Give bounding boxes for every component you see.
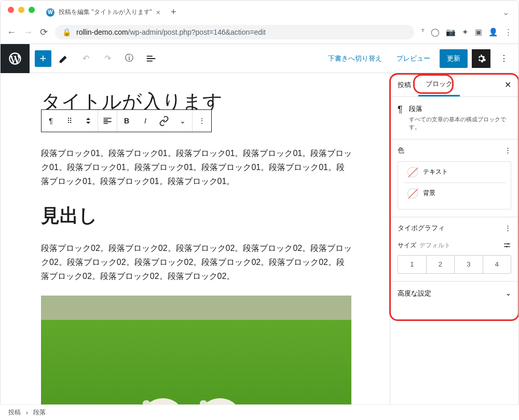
nav-back-icon[interactable]: ←: [7, 27, 16, 38]
address-bar[interactable]: 🔒 rollin-demo.com/wp-admin/post.php?post…: [55, 25, 414, 39]
block-toolbar: ¶ ⠿ B I ⌄ ⋮: [41, 109, 212, 132]
panel-icon[interactable]: ▣: [475, 27, 482, 37]
paragraph-block-1[interactable]: 段落ブロック01。段落ブロック01。段落ブロック01。段落ブロック01。段落ブロ…: [41, 146, 352, 189]
align-icon[interactable]: [98, 110, 117, 132]
bold-icon[interactable]: B: [117, 110, 136, 132]
block-more-icon[interactable]: ⋮: [193, 110, 211, 132]
more-vertical-icon[interactable]: ⋮: [504, 146, 511, 154]
update-button[interactable]: 更新: [440, 49, 468, 68]
tabs-chevron-icon[interactable]: ⌄: [502, 7, 514, 17]
paragraph-icon: ¶: [398, 104, 403, 132]
advanced-settings-toggle[interactable]: 高度な設定 ⌄: [390, 282, 518, 305]
preview-link[interactable]: プレビュー: [391, 50, 435, 67]
more-options-icon[interactable]: ⋮: [495, 49, 513, 68]
url-domain: rollin-demo.com: [76, 28, 128, 36]
camera-icon[interactable]: 📷: [446, 27, 456, 37]
editor-breadcrumb: 投稿 › 段落: [0, 404, 519, 420]
menu-icon[interactable]: ⋮: [504, 27, 512, 37]
sliders-icon[interactable]: [503, 241, 511, 249]
size-preset-3[interactable]: 3: [455, 256, 483, 273]
tab-close-icon[interactable]: ×: [156, 8, 160, 17]
drag-handle-icon[interactable]: ⠿: [60, 110, 79, 132]
settings-sidebar: 投稿 ブロック ✕ ¶ 段落 すべての文章の基本の構成ブロックです。 色 ⋮ テ…: [390, 73, 518, 409]
info-icon[interactable]: ⓘ: [120, 49, 139, 68]
svg-point-1: [506, 246, 508, 248]
breadcrumb-root[interactable]: 投稿: [8, 408, 21, 417]
lock-icon: 🔒: [62, 28, 71, 36]
more-vertical-icon[interactable]: ⋮: [504, 224, 511, 232]
window-minimize[interactable]: [18, 7, 24, 13]
window-maximize[interactable]: [29, 7, 35, 13]
heading-block[interactable]: 見出し: [41, 203, 369, 229]
editor-canvas[interactable]: タイトルが入ります ¶ ⠿ B I ⌄ ⋮ 段落ブロック01。段落ブロック01。…: [1, 73, 390, 409]
circle-icon[interactable]: ◯: [431, 27, 440, 37]
chevron-down-icon: ⌄: [506, 289, 511, 297]
redo-icon[interactable]: ↷: [98, 49, 117, 68]
bg-color-swatch: [407, 188, 418, 199]
image-block[interactable]: [41, 296, 351, 409]
size-preset-4[interactable]: 4: [483, 256, 511, 273]
svg-point-0: [508, 243, 509, 245]
color-section-header[interactable]: 色 ⋮: [390, 139, 518, 161]
url-path: /wp-admin/post.php?post=146&action=edit: [128, 28, 266, 36]
window-close[interactable]: [8, 7, 14, 13]
tab-title: 投稿を編集 "タイトルが入ります": [59, 8, 152, 17]
extensions-icon[interactable]: ✦: [462, 27, 469, 37]
nav-forward-icon: →: [23, 27, 33, 38]
breadcrumb-current[interactable]: 段落: [33, 408, 46, 417]
nav-reload-icon[interactable]: ⟳: [40, 26, 48, 38]
color-text-option[interactable]: テキスト: [403, 162, 506, 183]
edit-tool-icon[interactable]: [54, 49, 73, 68]
move-updown-icon[interactable]: [79, 110, 98, 132]
browser-chrome: W 投稿を編集 "タイトルが入ります" × + ⌄ ← → ⟳ 🔒 rollin…: [1, 1, 518, 44]
outline-icon[interactable]: [142, 49, 160, 68]
typography-section-header[interactable]: タイポグラフィ ⋮: [390, 217, 518, 239]
paragraph-block-2[interactable]: 段落ブロック02。段落ブロック02。段落ブロック02。段落ブロック02。段落ブロ…: [41, 241, 352, 284]
block-description: すべての文章の基本の構成ブロックです。: [409, 116, 511, 132]
paragraph-type-icon[interactable]: ¶: [42, 110, 60, 132]
wordpress-logo[interactable]: [1, 44, 30, 73]
link-icon[interactable]: [155, 110, 173, 132]
breadcrumb-separator: ›: [26, 409, 28, 416]
italic-icon[interactable]: I: [136, 110, 155, 132]
size-label: サイズ: [398, 241, 416, 250]
sidebar-close-icon[interactable]: ✕: [497, 73, 518, 96]
color-bg-option[interactable]: 背景: [403, 183, 506, 204]
profile-icon[interactable]: 👤: [488, 27, 498, 37]
size-presets: 1 2 3 4: [398, 255, 511, 274]
text-color-swatch: [407, 167, 418, 177]
new-tab-button[interactable]: +: [171, 7, 176, 18]
chevron-down-icon[interactable]: ⌄: [173, 110, 192, 132]
editor-toolbar: + ↶ ↷ ⓘ 下書きへ切り替え プレビュー 更新 ⋮: [1, 44, 518, 73]
tab-block[interactable]: ブロック: [418, 73, 460, 96]
undo-icon[interactable]: ↶: [76, 49, 95, 68]
add-block-button[interactable]: +: [35, 50, 51, 67]
share-icon[interactable]: ᵀ: [421, 27, 425, 37]
browser-tab[interactable]: W 投稿を編集 "タイトルが入ります" ×: [41, 4, 166, 21]
tab-post[interactable]: 投稿: [390, 73, 418, 96]
settings-button[interactable]: [472, 49, 490, 68]
switch-draft-link[interactable]: 下書きへ切り替え: [323, 50, 387, 67]
size-default-value: デフォルト: [419, 241, 500, 250]
block-name: 段落: [409, 104, 511, 114]
size-preset-2[interactable]: 2: [427, 256, 455, 273]
wordpress-favicon: W: [46, 8, 54, 17]
size-preset-1[interactable]: 1: [398, 256, 427, 273]
